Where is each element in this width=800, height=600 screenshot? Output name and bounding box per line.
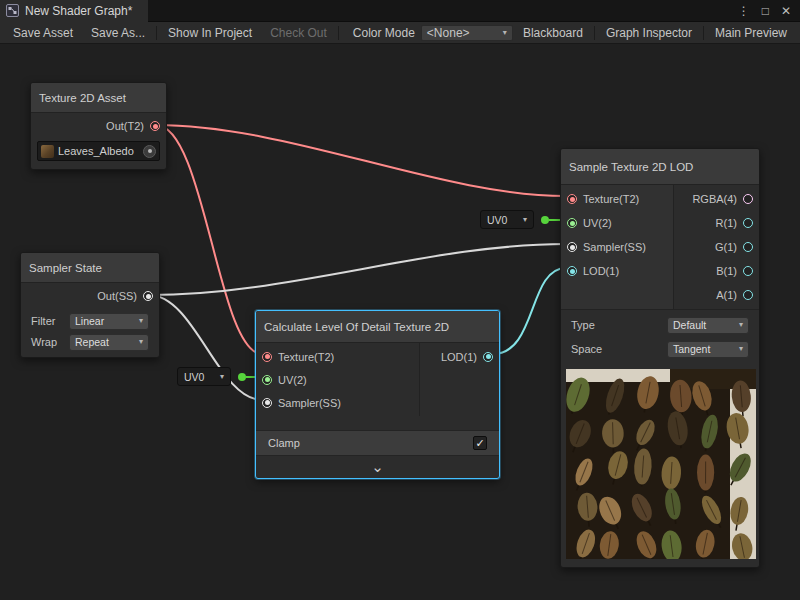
port-in-sampler[interactable] <box>262 398 272 408</box>
port-in-sampler[interactable] <box>567 242 577 252</box>
port-label: LOD(1) <box>441 351 477 363</box>
node-calculate-lod[interactable]: Calculate Level Of Detail Texture 2D Tex… <box>255 310 500 479</box>
object-picker-icon[interactable] <box>143 145 156 158</box>
toolbar-separator <box>156 26 157 40</box>
node-title: Sampler State <box>21 253 159 283</box>
port-row-uv: UV(2) <box>561 211 673 235</box>
blackboard-button[interactable]: Blackboard <box>514 22 592 44</box>
graph-inspector-button[interactable]: Graph Inspector <box>597 22 701 44</box>
filter-label: Filter <box>31 315 69 327</box>
port-in-uv[interactable] <box>262 375 272 385</box>
port-row-out-t2: Out(T2) <box>31 113 166 139</box>
window-tab[interactable]: New Shader Graph* <box>0 0 148 22</box>
graph-canvas[interactable]: Texture 2D Asset Out(T2) Leaves_Albedo S… <box>0 44 800 600</box>
node-title: Texture 2D Asset <box>31 83 166 113</box>
port-row-rgba: RGBA(4) <box>674 187 759 211</box>
port-label: B(1) <box>716 265 737 277</box>
port-label: Sampler(SS) <box>583 241 646 253</box>
node-preview <box>566 369 756 559</box>
close-icon[interactable]: ✕ <box>781 4 791 18</box>
chevron-down-icon: ▾ <box>139 317 143 325</box>
wire-lod-to-sample-node[interactable] <box>493 268 566 354</box>
space-row: Space Tangent ▾ <box>561 337 759 361</box>
window-title: New Shader Graph* <box>25 4 132 18</box>
titlebar: New Shader Graph* ⋮ □ ✕ <box>0 0 800 22</box>
port-label: G(1) <box>715 241 737 253</box>
type-label: Type <box>571 319 667 331</box>
texture-object-field[interactable]: Leaves_Albedo <box>37 141 160 161</box>
port-label: RGBA(4) <box>692 193 737 205</box>
node-texture2d-asset[interactable]: Texture 2D Asset Out(T2) Leaves_Albedo <box>30 82 167 170</box>
port-out-r[interactable] <box>743 218 753 228</box>
port-out-ss[interactable] <box>143 291 153 301</box>
shader-graph-icon <box>6 4 19 17</box>
chevron-down-icon: ▾ <box>503 29 507 37</box>
port-row-texture: Texture(T2) <box>561 187 673 211</box>
space-label: Space <box>571 343 667 355</box>
wire-texture-to-calculate-node[interactable] <box>156 125 262 354</box>
port-row-sampler: Sampler(SS) <box>256 391 419 414</box>
port-row-texture: Texture(T2) <box>256 345 419 368</box>
port-out-rgba[interactable] <box>743 194 753 204</box>
color-mode-value: <None> <box>427 26 470 40</box>
port-label: Texture(T2) <box>278 351 334 363</box>
port-out-b[interactable] <box>743 266 753 276</box>
menu-icon[interactable]: ⋮ <box>738 4 750 18</box>
node-sample-texture-lod[interactable]: Sample Texture 2D LOD Texture(T2) UV(2) … <box>560 148 760 568</box>
color-mode-label: Color Mode <box>341 26 421 40</box>
filter-value: Linear <box>75 315 104 327</box>
toolbar-separator <box>338 26 339 40</box>
wrap-dropdown[interactable]: Repeat ▾ <box>69 334 149 351</box>
save-asset-button[interactable]: Save Asset <box>4 22 82 44</box>
port-label: R(1) <box>716 217 737 229</box>
check-out-button: Check Out <box>261 22 336 44</box>
texture-preview-image <box>566 369 756 559</box>
maximize-icon[interactable]: □ <box>762 4 769 18</box>
port-row-a: A(1) <box>674 283 759 307</box>
clamp-checkbox[interactable]: ✓ <box>473 436 487 450</box>
clamp-row: Clamp ✓ <box>256 430 499 456</box>
toolbar: Save Asset Save As... Show In Project Ch… <box>0 22 800 44</box>
wire-texture-to-sample-node[interactable] <box>156 125 566 196</box>
port-label: Sampler(SS) <box>278 397 341 409</box>
toolbar-separator <box>594 26 595 40</box>
texture-thumbnail-icon <box>41 145 54 158</box>
filter-row: Filter Linear ▾ <box>21 309 159 333</box>
port-row-lod: LOD(1) <box>561 259 673 283</box>
uv-default-connector <box>541 216 549 224</box>
wire-sampler-to-sample-node[interactable] <box>149 244 566 295</box>
port-in-lod[interactable] <box>567 266 577 276</box>
space-dropdown[interactable]: Tangent ▾ <box>667 341 749 358</box>
color-mode-dropdown[interactable]: <None> ▾ <box>421 25 513 41</box>
port-in-texture[interactable] <box>567 194 577 204</box>
port-label: UV(2) <box>278 374 307 386</box>
show-in-project-button[interactable]: Show In Project <box>159 22 261 44</box>
port-row-out-ss: Out(SS) <box>21 283 159 309</box>
uv-slot-value: UV0 <box>184 371 204 383</box>
port-in-uv[interactable] <box>567 218 577 228</box>
port-in-texture[interactable] <box>262 352 272 362</box>
port-out-lod[interactable] <box>483 352 493 362</box>
chevron-down-icon: ▾ <box>739 321 743 329</box>
uv-slot-dropdown-calculate[interactable]: UV0 ▾ <box>177 367 231 386</box>
filter-dropdown[interactable]: Linear ▾ <box>69 313 149 330</box>
port-out-g[interactable] <box>743 242 753 252</box>
main-preview-button[interactable]: Main Preview <box>706 22 796 44</box>
wrap-row: Wrap Repeat ▾ <box>21 333 159 357</box>
port-label: A(1) <box>716 289 737 301</box>
port-label: Out(SS) <box>97 290 137 302</box>
port-label: LOD(1) <box>583 265 619 277</box>
collapse-button[interactable]: ⌄ <box>256 456 499 478</box>
uv-slot-value: UV0 <box>487 214 507 226</box>
chevron-down-icon: ⌄ <box>371 458 384 476</box>
type-dropdown[interactable]: Default ▾ <box>667 317 749 334</box>
save-as-button[interactable]: Save As... <box>82 22 154 44</box>
port-row-r: R(1) <box>674 211 759 235</box>
port-out-a[interactable] <box>743 290 753 300</box>
node-sampler-state[interactable]: Sampler State Out(SS) Filter Linear ▾ Wr… <box>20 252 160 358</box>
uv-slot-dropdown-sample[interactable]: UV0 ▾ <box>480 210 534 229</box>
chevron-down-icon: ▾ <box>523 216 527 224</box>
space-value: Tangent <box>673 343 710 355</box>
port-out-t2[interactable] <box>150 121 160 131</box>
chevron-down-icon: ▾ <box>739 345 743 353</box>
